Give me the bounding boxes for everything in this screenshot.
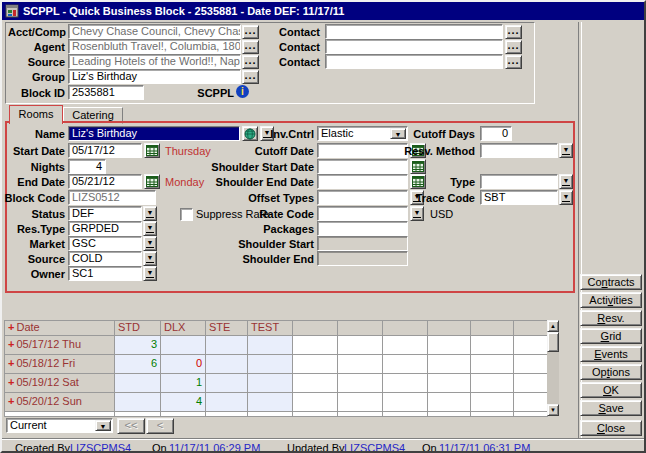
suppress-rate-checkbox[interactable]: [180, 208, 193, 221]
close-button[interactable]: Close: [580, 420, 642, 436]
cell-test[interactable]: [248, 355, 293, 374]
cell-dlx[interactable]: 4: [161, 393, 206, 412]
start-date-calendar-icon[interactable]: [144, 143, 160, 158]
end-date-label: End Date: [2, 175, 65, 190]
cell-std[interactable]: 6: [115, 355, 161, 374]
rate-code-lov-button[interactable]: ▼: [410, 206, 424, 221]
activities-button[interactable]: Activities: [580, 292, 642, 308]
table-row[interactable]: +05/19/12 Sat 1: [5, 374, 548, 393]
contact1-field[interactable]: [325, 24, 503, 39]
table-row[interactable]: +05/20/12 Sun 4: [5, 393, 548, 412]
market-lov-button[interactable]: ▼: [143, 236, 157, 251]
created-on-label: On: [152, 442, 167, 453]
acct-comp-field[interactable]: Chevy Chase Council, Chevy Chase, 1800: [68, 24, 241, 39]
col-date: Date: [16, 321, 39, 333]
offset-types-field[interactable]: [317, 190, 408, 205]
source-field[interactable]: Leading Hotels of the World!!, Naples, 1…: [68, 54, 241, 69]
end-date-field[interactable]: 05/21/12: [68, 174, 142, 189]
cell-std[interactable]: 3: [115, 336, 161, 355]
tab-rooms[interactable]: Rooms: [9, 105, 63, 124]
trace-code-field[interactable]: SBT: [480, 190, 558, 205]
cutoff-date-field[interactable]: [317, 143, 408, 158]
market-field[interactable]: GSC: [68, 236, 142, 251]
expand-icon[interactable]: +: [8, 357, 14, 369]
contact3-field[interactable]: [325, 54, 503, 69]
nav-prev-button[interactable]: <: [146, 418, 174, 434]
scrollbar-thumb[interactable]: [547, 332, 559, 352]
cell-test[interactable]: [248, 336, 293, 355]
resv-button[interactable]: Resv.: [580, 310, 642, 326]
name-field[interactable]: Liz's Birthday: [68, 126, 240, 141]
inv-cntrl-combo[interactable]: Elastic ▼: [317, 126, 408, 141]
row-date: 05/19/12 Sat: [16, 376, 78, 388]
cell-dlx[interactable]: 1: [161, 374, 206, 393]
table-row[interactable]: +05/18/12 Fri 6 0: [5, 355, 548, 374]
grid-button[interactable]: Grid: [580, 328, 642, 344]
expand-icon[interactable]: +: [8, 338, 14, 350]
shoulder-end-date-field[interactable]: [317, 174, 408, 189]
contracts-button[interactable]: Contracts: [580, 274, 642, 290]
acct-comp-lookup-button[interactable]: ...: [242, 25, 259, 39]
cell-ste[interactable]: [206, 355, 248, 374]
owner-field[interactable]: SC1: [68, 266, 142, 281]
trace-code-lov-button[interactable]: ▼: [559, 190, 573, 205]
options-button[interactable]: Options: [580, 364, 642, 380]
created-by-label: Created By: [15, 442, 70, 453]
group-field[interactable]: Liz's Birthday: [68, 69, 241, 84]
expand-icon[interactable]: +: [8, 321, 14, 333]
events-button[interactable]: Events: [580, 346, 642, 362]
ok-button[interactable]: OK: [580, 382, 642, 398]
owner-lov-button[interactable]: ▼: [143, 266, 157, 281]
agent-lookup-button[interactable]: ...: [242, 40, 259, 54]
resv-method-lov-button[interactable]: ▼: [559, 143, 573, 158]
start-date-field[interactable]: 05/17/12: [68, 143, 142, 158]
end-date-calendar-icon[interactable]: [144, 174, 160, 189]
cell-ste[interactable]: [206, 393, 248, 412]
expand-icon[interactable]: +: [8, 376, 14, 388]
status-field[interactable]: DEF: [68, 206, 142, 221]
title-bar[interactable]: SCPPL - Quick Business Block - 2535881 -…: [2, 2, 644, 20]
status-lov-button[interactable]: ▼: [143, 206, 157, 221]
cell-std[interactable]: [115, 374, 161, 393]
contact1-lookup-button[interactable]: ...: [505, 25, 522, 39]
source-lov-button[interactable]: ▼: [143, 251, 157, 266]
tab-catering[interactable]: Catering: [63, 107, 123, 124]
grid-scrollbar[interactable]: ▲ ▼: [547, 320, 559, 416]
nav-first-button[interactable]: <<: [117, 418, 145, 434]
contact2-field[interactable]: [325, 39, 503, 54]
table-row-empty: [5, 412, 548, 417]
source-lookup-button[interactable]: ...: [242, 55, 259, 69]
contact2-lookup-button[interactable]: ...: [505, 40, 522, 54]
table-row[interactable]: +05/17/12 Thu 3: [5, 336, 548, 355]
agent-field[interactable]: Rosenbluth Travel!, Columbia, 1800-roser: [68, 39, 241, 54]
scroll-down-icon[interactable]: ▼: [547, 404, 559, 416]
type-lov-button[interactable]: ▼: [559, 174, 573, 189]
source-code-field[interactable]: COLD: [68, 251, 142, 266]
cell-ste[interactable]: [206, 374, 248, 393]
shoulder-start-date-field[interactable]: [317, 159, 408, 174]
contact3-lookup-button[interactable]: ...: [505, 55, 522, 69]
chevron-down-icon[interactable]: ▼: [95, 420, 111, 431]
group-lookup-button[interactable]: ...: [242, 70, 259, 84]
cutoff-days-field[interactable]: 0: [480, 126, 512, 141]
resv-method-field[interactable]: [480, 143, 558, 158]
cell-test[interactable]: [248, 393, 293, 412]
type-field[interactable]: [480, 174, 558, 189]
save-button[interactable]: Save: [580, 400, 642, 416]
packages-field[interactable]: [317, 221, 408, 236]
info-icon[interactable]: i: [236, 85, 249, 98]
cell-ste[interactable]: [206, 336, 248, 355]
cell-dlx[interactable]: [161, 336, 206, 355]
view-selector-combo[interactable]: Current ▼: [6, 418, 113, 433]
rate-code-field[interactable]: [317, 206, 408, 221]
shoulder-start-date-calendar-icon[interactable]: [410, 159, 426, 174]
expand-icon[interactable]: +: [8, 395, 14, 407]
scroll-up-icon[interactable]: ▲: [547, 320, 559, 332]
res-type-lov-button[interactable]: ▼: [143, 221, 157, 236]
cell-dlx[interactable]: 0: [161, 355, 206, 374]
col-std: STD: [115, 321, 161, 336]
cell-std[interactable]: [115, 393, 161, 412]
res-type-field[interactable]: GRPDED: [68, 221, 142, 236]
nights-field[interactable]: 4: [68, 159, 106, 174]
cell-test[interactable]: [248, 374, 293, 393]
